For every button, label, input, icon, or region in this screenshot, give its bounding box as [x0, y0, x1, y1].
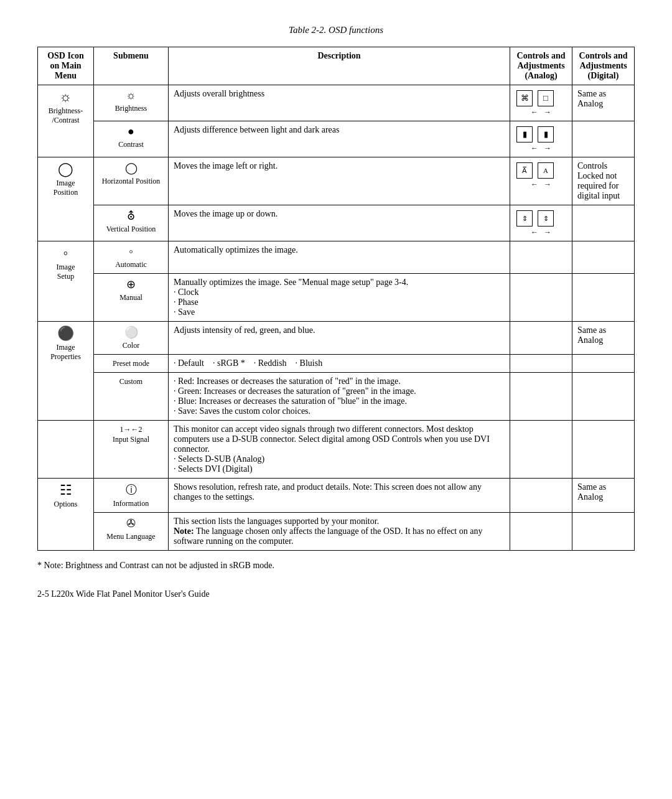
- ctrl-analog-color: [510, 322, 572, 355]
- table-row: Custom · Red: Increases or decreases the…: [38, 373, 635, 421]
- desc-information: Shows resolution, refresh rate, and prod…: [169, 479, 510, 513]
- ctrl-digital-input-signal: [572, 421, 635, 479]
- submenu-contrast: ● Contrast: [94, 121, 169, 157]
- desc-preset-mode: · Default · sRGB * · Reddish · Bluish: [169, 355, 510, 373]
- table-row: ✇ Menu Language This section lists the l…: [38, 513, 635, 551]
- ctrl-digital-custom: [572, 373, 635, 421]
- ctrl-analog-horizontal: A̅ A ← →: [510, 157, 572, 205]
- submenu-vertical-position: ⛢ Vertical Position: [94, 205, 169, 241]
- table-row: ◯ ImagePosition ◯ Horizontal Position Mo…: [38, 157, 635, 205]
- desc-manual: Manually optimizes the image. See "Menua…: [169, 274, 510, 322]
- ctrl-analog-custom: [510, 373, 572, 421]
- submenu-information: ⓘ Information: [94, 479, 169, 513]
- footnote: * Note: Brightness and Contrast can not …: [37, 561, 635, 571]
- osd-icon-input-signal-cell: [38, 421, 94, 479]
- osd-icon-brightness-contrast: ☼ Brightness-/Contrast: [38, 85, 94, 157]
- submenu-automatic: ◦ Automatic: [94, 241, 169, 274]
- ctrl-digital-menu-language: [572, 513, 635, 551]
- desc-menu-language: This section lists the languages support…: [169, 513, 510, 551]
- desc-input-signal: This monitor can accept video signals th…: [169, 421, 510, 479]
- table-row: ◦ ImageSetup ◦ Automatic Automatically o…: [38, 241, 635, 274]
- desc-brightness: Adjusts overall brightness: [169, 85, 510, 121]
- ctrl-digital-horizontal: Controls Locked not required for digital…: [572, 157, 635, 205]
- table-row: ⛢ Vertical Position Moves the image up o…: [38, 205, 635, 241]
- desc-automatic: Automatically optimizes the image.: [169, 241, 510, 274]
- osd-icon-options: ☷ Options: [38, 479, 94, 551]
- desc-horizontal-position: Moves the image left or right.: [169, 157, 510, 205]
- desc-contrast: Adjusts difference between light and dar…: [169, 121, 510, 157]
- ctrl-digital-vertical: [572, 205, 635, 241]
- footer: 2-5 L220x Wide Flat Panel Monitor User's…: [37, 589, 635, 599]
- page-title: Table 2-2. OSD functions: [37, 25, 635, 35]
- table-row: ⊕ Manual Manually optimizes the image. S…: [38, 274, 635, 322]
- osd-icon-image-position: ◯ ImagePosition: [38, 157, 94, 241]
- ctrl-digital-information: Same as Analog: [572, 479, 635, 513]
- ctrl-digital-automatic: [572, 241, 635, 274]
- table-row: Preset mode · Default · sRGB * · Reddish…: [38, 355, 635, 373]
- ctrl-digital-color: Same as Analog: [572, 322, 635, 355]
- ctrl-analog-contrast: ▮ ▮ ← →: [510, 121, 572, 157]
- submenu-manual: ⊕ Manual: [94, 274, 169, 322]
- submenu-brightness: ☼ Brightness: [94, 85, 169, 121]
- desc-custom: · Red: Increases or decreases the satura…: [169, 373, 510, 421]
- table-row: ● Contrast Adjusts difference between li…: [38, 121, 635, 157]
- table-row: ☼ Brightness-/Contrast ☼ Brightness Adju…: [38, 85, 635, 121]
- osd-icon-image-properties: ⚫ ImageProperties: [38, 322, 94, 421]
- table-row: ⚫ ImageProperties ⚪ Color Adjusts intens…: [38, 322, 635, 355]
- desc-vertical-position: Moves the image up or down.: [169, 205, 510, 241]
- ctrl-digital-manual: [572, 274, 635, 322]
- submenu-horizontal-position: ◯ Horizontal Position: [94, 157, 169, 205]
- ctrl-analog-information: [510, 479, 572, 513]
- submenu-color: ⚪ Color: [94, 322, 169, 355]
- ctrl-analog-vertical: ⇕ ⇕ ← →: [510, 205, 572, 241]
- ctrl-digital-preset: [572, 355, 635, 373]
- header-osd-icon: OSD Iconon MainMenu: [38, 47, 94, 85]
- header-controls-analog: Controls and Adjustments (Analog): [510, 47, 572, 85]
- ctrl-analog-manual: [510, 274, 572, 322]
- submenu-menu-language: ✇ Menu Language: [94, 513, 169, 551]
- ctrl-digital-contrast: [572, 121, 635, 157]
- osd-icon-image-setup: ◦ ImageSetup: [38, 241, 94, 322]
- header-description: Description: [169, 47, 510, 85]
- ctrl-digital-brightness: Same as Analog: [572, 85, 635, 121]
- ctrl-analog-automatic: [510, 241, 572, 274]
- submenu-custom: Custom: [94, 373, 169, 421]
- table-row: 1→←2 Input Signal This monitor can accep…: [38, 421, 635, 479]
- osd-functions-table: OSD Iconon MainMenu Submenu Description …: [37, 47, 635, 551]
- ctrl-analog-brightness: ⌘ □ ← →: [510, 85, 572, 121]
- desc-color: Adjusts intensity of red, green, and blu…: [169, 322, 510, 355]
- ctrl-analog-preset: [510, 355, 572, 373]
- table-row: ☷ Options ⓘ Information Shows resolution…: [38, 479, 635, 513]
- submenu-preset-mode: Preset mode: [94, 355, 169, 373]
- ctrl-analog-input-signal: [510, 421, 572, 479]
- header-submenu: Submenu: [94, 47, 169, 85]
- header-controls-digital: Controls and Adjustments (Digital): [572, 47, 635, 85]
- ctrl-analog-menu-language: [510, 513, 572, 551]
- submenu-input-signal: 1→←2 Input Signal: [94, 421, 169, 479]
